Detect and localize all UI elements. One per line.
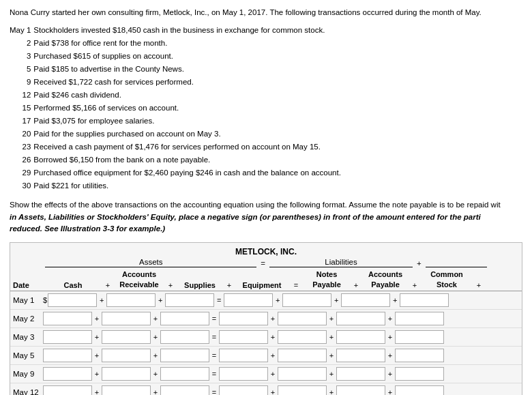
row-equals-sign: = [209, 370, 219, 378]
common-stock-input[interactable] [400, 293, 449, 307]
common-stock-input[interactable] [395, 312, 444, 325]
common-stock-input[interactable] [395, 330, 444, 344]
col-header-notes-payable: NotesPayable [302, 269, 351, 289]
row-date: May 3 [13, 333, 43, 341]
supplies-input[interactable] [160, 312, 209, 325]
accounts-payable-input[interactable] [336, 349, 385, 362]
ar-input[interactable] [102, 367, 151, 381]
supplies-input[interactable] [160, 367, 209, 381]
ar-input[interactable] [106, 293, 156, 307]
row-date: May 2 [13, 314, 43, 323]
company-title: METLOCK, INC. [10, 247, 522, 257]
notes-payable-input[interactable] [278, 367, 327, 381]
accounting-table: METLOCK, INC. Assets = Liabilities + Dat… [10, 242, 522, 395]
col-header-plus1: + [103, 281, 113, 289]
ar-input[interactable] [102, 312, 151, 325]
equipment-input[interactable] [219, 385, 268, 395]
notes-payable-input[interactable] [282, 293, 331, 307]
supplies-input[interactable] [165, 293, 214, 307]
transaction-day: 26 [10, 153, 33, 166]
row-plus-sign: + [268, 314, 278, 323]
row-equals-sign: = [209, 333, 219, 341]
cash-input-wrap [43, 349, 92, 362]
supplies-input[interactable] [160, 349, 209, 362]
transaction-text: Paid $246 cash dividend. [33, 89, 344, 102]
notes-payable-input[interactable] [278, 330, 327, 344]
accounts-payable-input[interactable] [336, 330, 385, 344]
equipment-input-wrap [224, 293, 273, 307]
row-plus-sign: + [151, 370, 160, 378]
eq-plus-sign: + [413, 259, 426, 267]
liabilities-label: Liabilities [269, 258, 413, 267]
col-header-plus3: + [224, 281, 234, 289]
supplies-input[interactable] [160, 330, 209, 344]
transaction-day: 30 [10, 179, 33, 192]
cash-input-wrap [43, 330, 92, 344]
col-header-date: Date [13, 281, 43, 289]
equipment-input[interactable] [219, 312, 268, 325]
transaction-text: Paid $3,075 for employee salaries. [33, 115, 344, 128]
notes-payable-input[interactable] [278, 349, 327, 362]
col-header-accounts-payable: AccountsPayable [361, 269, 410, 289]
cash-input-wrap [43, 312, 92, 325]
column-headers: Date Cash + AccountsReceivable + Supplie… [10, 267, 522, 291]
transaction-text: Performed $5,166 of services on account. [33, 102, 344, 115]
row-plus-sign: + [327, 314, 336, 323]
ar-input[interactable] [102, 385, 151, 395]
cash-input[interactable] [48, 293, 97, 307]
cash-input[interactable] [43, 312, 92, 325]
row-plus-sign: + [151, 351, 160, 360]
instructions: Show the effects of the above transactio… [10, 199, 522, 235]
intro-text: Nona Curry started her own consulting fi… [10, 7, 522, 18]
supplies-input-wrap [160, 330, 209, 344]
accounts-payable-input[interactable] [336, 385, 385, 395]
cash-input-wrap [43, 367, 92, 381]
cash-input[interactable] [43, 349, 92, 362]
row-plus-sign: + [331, 296, 341, 304]
notes-payable-input-wrap [278, 349, 327, 362]
dollar-sign: $ [43, 296, 47, 304]
accounts-payable-input[interactable] [336, 367, 385, 381]
transaction-day: 29 [10, 166, 33, 179]
row-plus-sign: + [385, 351, 395, 360]
cash-input[interactable] [43, 330, 92, 344]
transaction-text: Paid for the supplies purchased on accou… [33, 128, 344, 141]
notes-payable-input[interactable] [278, 385, 327, 395]
row-plus-sign: + [327, 388, 336, 395]
equipment-input-wrap [219, 312, 268, 325]
ar-input[interactable] [102, 349, 151, 362]
row-equals-sign: = [209, 314, 219, 323]
col-header-plus2: + [166, 281, 175, 289]
eq-equals-sign: = [256, 259, 269, 267]
common-stock-input[interactable] [395, 349, 444, 362]
common-stock-input[interactable] [395, 367, 444, 381]
transaction-day: 2 [10, 37, 33, 50]
equipment-input[interactable] [219, 349, 268, 362]
equipment-input[interactable] [219, 330, 268, 344]
equipment-input[interactable] [224, 293, 273, 307]
row-equals-sign: = [209, 351, 219, 360]
table-row: May 5++=+++ [10, 347, 522, 365]
ar-input[interactable] [102, 330, 151, 344]
notes-payable-input-wrap [278, 312, 327, 325]
transaction-text: Paid $185 to advertise in the County New… [33, 63, 344, 76]
common-stock-input[interactable] [395, 385, 444, 395]
instructions-line1: Show the effects of the above transactio… [10, 201, 501, 209]
equation-header: Assets = Liabilities + [10, 258, 522, 267]
supplies-input-wrap [160, 349, 209, 362]
common-stock-input-wrap [400, 293, 449, 307]
accounts-payable-input[interactable] [336, 312, 385, 325]
row-plus-sign: + [268, 388, 278, 395]
common-stock-input-wrap [395, 385, 444, 395]
accounts-payable-input[interactable] [341, 293, 390, 307]
equipment-input-wrap [219, 330, 268, 344]
row-plus-sign: + [327, 351, 336, 360]
cash-input[interactable] [43, 367, 92, 381]
notes-payable-input[interactable] [278, 312, 327, 325]
equipment-input[interactable] [219, 367, 268, 381]
table-row: May 1$++=+++ [10, 291, 522, 310]
transaction-day: May 1 [10, 24, 33, 37]
cash-input[interactable] [43, 385, 92, 395]
supplies-input[interactable] [160, 385, 209, 395]
ar-input-wrap [102, 367, 151, 381]
